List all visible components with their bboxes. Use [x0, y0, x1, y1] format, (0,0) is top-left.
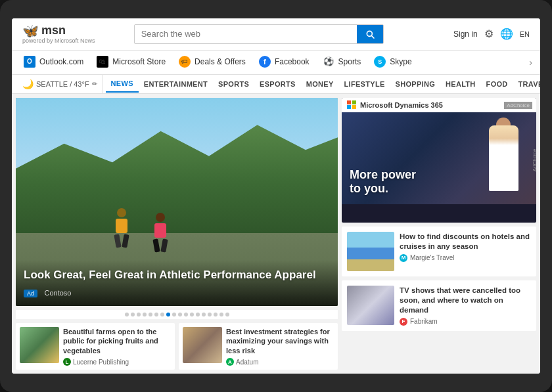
ms-sq-red	[347, 100, 351, 104]
cat-item-lifestyle[interactable]: LIFESTYLE	[339, 76, 390, 92]
dot-17[interactable]	[219, 313, 223, 316]
tablet-frame: 🦋 msn powered by Microsoft News Sign in …	[0, 0, 552, 392]
nav-item-outlook[interactable]: O Outlook.com	[17, 51, 90, 74]
invest-source-label: Adatum	[236, 359, 258, 366]
hero-card[interactable]: Look Great, Feel Great in Athletic Perfo…	[16, 98, 338, 306]
farm-image-bg	[20, 327, 59, 363]
search-bar[interactable]	[134, 24, 384, 44]
cat-item-esports[interactable]: ESPORTS	[254, 76, 301, 92]
news-card-tv[interactable]: TV shows that were cancelled too soon, a…	[342, 280, 536, 331]
hero-footer: Ad Contoso	[24, 286, 330, 298]
main-content: Look Great, Feel Great in Athletic Perfo…	[12, 94, 540, 374]
cat-item-shopping[interactable]: SHOPPING	[390, 76, 440, 92]
cat-item-sports[interactable]: SPORTS	[213, 76, 254, 92]
nav-label-skype: Skype	[390, 57, 411, 66]
travel-card-source: M Margie's Travel	[400, 254, 531, 262]
ms-sq-yellow	[352, 105, 356, 109]
settings-icon[interactable]: ⚙	[484, 28, 494, 40]
dot-9[interactable]	[172, 313, 176, 316]
tv-card-title: TV shows that were cancelled too soon, a…	[400, 286, 531, 315]
dot-8[interactable]	[166, 313, 170, 316]
dot-18[interactable]	[225, 313, 229, 316]
nav-item-facebook[interactable]: f Facebook	[252, 51, 316, 74]
small-card-invest[interactable]: Best investment strategies for maximizin…	[179, 323, 338, 370]
header-right: Sign in ⚙ 🌐 EN	[453, 28, 530, 40]
cat-item-money[interactable]: MONEY	[301, 76, 339, 92]
adatum-icon: A	[226, 358, 234, 366]
dot-13[interactable]	[196, 313, 200, 316]
cat-item-entertainment[interactable]: ENTERTAINMENT	[139, 76, 213, 92]
nav-item-sports[interactable]: ⚽ Sports	[316, 51, 368, 74]
butterfly-icon: 🦋	[22, 24, 39, 38]
ad-text-overlay: More powerto you.	[350, 168, 416, 196]
nav-label-sports: Sports	[338, 57, 361, 66]
dot-10[interactable]	[178, 313, 182, 316]
farm-source-label: Lucerne Publishing	[73, 359, 129, 366]
search-input[interactable]	[135, 25, 357, 43]
sign-in-button[interactable]: Sign in	[453, 30, 478, 39]
ad-brand-label: Microsoft Dynamics 365	[360, 101, 443, 109]
dot-7[interactable]	[160, 313, 164, 316]
hero-overlay: Look Great, Feel Great in Athletic Perfo…	[16, 260, 338, 306]
farm-card-content: Beautiful farms open to the public for p…	[63, 327, 171, 366]
dot-6[interactable]	[154, 313, 158, 316]
cat-item-news[interactable]: NEWS	[106, 76, 139, 93]
invest-card-title: Best investment strategies for maximizin…	[226, 327, 334, 355]
dot-14[interactable]	[202, 313, 206, 316]
weather-icon: 🌙	[22, 79, 34, 89]
margies-icon: M	[400, 254, 407, 262]
small-card-farm[interactable]: Beautiful farms open to the public for p…	[16, 323, 175, 370]
search-button[interactable]	[357, 25, 383, 43]
nav-more-arrow[interactable]: ›	[526, 57, 535, 68]
ms-sq-blue	[347, 105, 351, 109]
cat-item-food[interactable]: FOOD	[481, 76, 513, 92]
dot-2[interactable]	[131, 313, 135, 316]
carousel-dots	[16, 310, 338, 319]
ad-person	[484, 125, 523, 204]
dot-12[interactable]	[190, 313, 194, 316]
small-cards-row: Beautiful farms open to the public for p…	[16, 323, 338, 370]
weather-widget: 🌙 SEATTLE / 43°F ✏	[17, 75, 103, 93]
person-figure	[489, 125, 518, 191]
runner-2	[151, 213, 170, 252]
invest-card-content: Best investment strategies for maximizin…	[226, 327, 334, 366]
edit-icon[interactable]: ✏	[92, 80, 97, 87]
cat-item-travel[interactable]: TRAVEL	[513, 76, 540, 92]
dot-16[interactable]	[214, 313, 218, 316]
travel-card-title: How to find discounts on hotels and crui…	[400, 232, 531, 251]
nav-label-facebook: Facebook	[275, 57, 310, 66]
dot-4[interactable]	[143, 313, 147, 316]
dot-5[interactable]	[149, 313, 152, 316]
nav-item-store[interactable]: 🛍 Microsoft Store	[90, 51, 172, 74]
invest-card-image	[183, 327, 222, 363]
language-button[interactable]: EN	[520, 30, 530, 38]
news-card-travel[interactable]: How to find discounts on hotels and crui…	[342, 227, 536, 276]
cat-item-health[interactable]: HEALTH	[440, 76, 481, 92]
header: 🦋 msn powered by Microsoft News Sign in …	[12, 18, 540, 51]
dot-1[interactable]	[125, 313, 129, 316]
category-bar: 🌙 SEATTLE / 43°F ✏ NEWS ENTERTAINMENT SP…	[12, 75, 540, 94]
beach-image-bg	[347, 232, 394, 271]
right-column: Microsoft Dynamics 365 More powerto you.…	[342, 98, 536, 370]
globe-icon[interactable]: 🌐	[500, 28, 513, 40]
nav-item-deals[interactable]: 🏷 Deals & Offers	[172, 51, 252, 74]
msn-logo: 🦋 msn powered by Microsoft News	[22, 24, 95, 45]
farm-card-source: L Lucerne Publishing	[63, 358, 171, 366]
hero-ad-badge: Ad	[24, 290, 37, 297]
dot-15[interactable]	[208, 313, 212, 316]
tv-card-source: F Fabrikam	[400, 318, 531, 326]
microsoft-logo	[347, 100, 356, 110]
travel-source-label: Margie's Travel	[410, 254, 455, 261]
runner-1	[112, 208, 131, 248]
dot-11[interactable]	[184, 313, 188, 316]
side-ad-label: AdChoice	[532, 149, 536, 172]
search-icon	[365, 29, 375, 39]
msn-wordmark: msn	[41, 24, 66, 37]
nav-item-skype[interactable]: S Skype	[367, 51, 418, 74]
ad-choice-label: AdChoice	[504, 102, 532, 109]
dot-3[interactable]	[137, 313, 141, 316]
ad-card[interactable]: Microsoft Dynamics 365 More powerto you.…	[342, 98, 536, 223]
travel-card-image	[347, 232, 394, 271]
farm-card-image	[20, 327, 59, 363]
invest-image-bg	[183, 327, 222, 363]
